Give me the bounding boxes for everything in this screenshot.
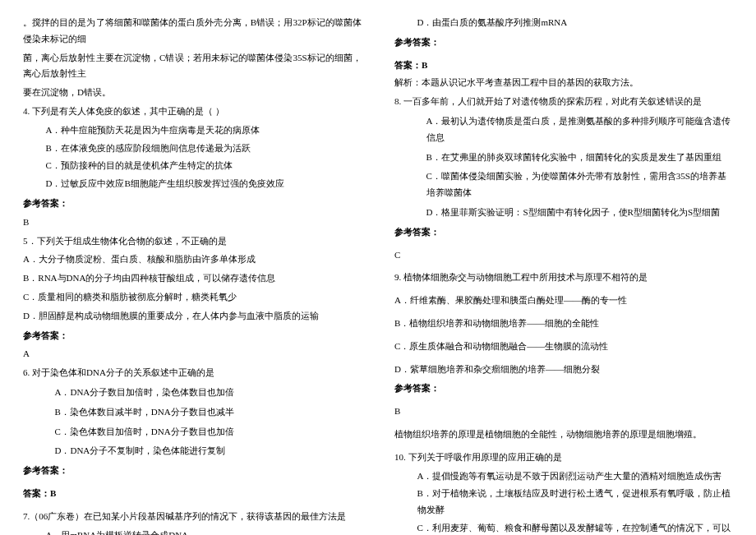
q7-ref-label: 参考答案： <box>394 35 733 51</box>
intro-paragraph-line1: 。搅拌的目的是为了将细菌和噬菌体的蛋白质外壳分离，B错误；用32P标记的噬菌体侵… <box>23 15 362 48</box>
q8-option-d: D．格里菲斯实验证明：S型细菌中有转化因子，使R型细菌转化为S型细菌 <box>394 205 733 221</box>
q10-option-b: B．对于植物来说，土壤板结应及时进行松土透气，促进根系有氧呼吸，防止植物发酵 <box>394 486 733 519</box>
q10-stem: 10. 下列关于呼吸作用原理的应用正确的是 <box>394 450 733 466</box>
intro-paragraph-line3: 要在沉淀物，D错误。 <box>23 85 362 101</box>
q9-option-b: B．植物组织培养和动物细胞培养——细胞的全能性 <box>394 316 733 332</box>
q4-ref-label: 参考答案： <box>23 196 362 212</box>
q8-ref-label: 参考答案： <box>394 224 733 241</box>
q4-option-c: C．预防接种的目的就是使机体产生特定的抗体 <box>23 158 362 174</box>
q10-option-c: C．利用麦芽、葡萄、粮食和酵母菌以及发酵罐等，在控制通气的情况下，可以产生各种酒 <box>394 520 733 535</box>
q4-answer: B <box>23 214 362 231</box>
q4-option-a: A．种牛痘能预防天花是因为牛痘病毒是天花的病原体 <box>23 122 362 139</box>
q8-option-a: A．最初认为遗传物质是蛋白质，是推测氨基酸的多种排列顺序可能蕴含遗传信息 <box>394 113 733 146</box>
q9-explanation: 植物组织培养的原理是植物细胞的全能性，动物细胞培养的原理是细胞增殖。 <box>394 427 733 443</box>
q8-option-b: B．在艾弗里的肺炎双球菌转化实验中，细菌转化的实质是发生了基因重组 <box>394 150 733 166</box>
q4-stem: 4. 下列是有关人体免疫的叙述，其中正确的是（ ） <box>23 104 362 120</box>
q7-option-d: D．由蛋白质的氨基酸序列推测mRNA <box>394 15 733 31</box>
q6-option-c: C．染色体数目加倍时，DNA分子数目也加倍 <box>23 424 362 440</box>
q8-option-c: C．噬菌体侵染细菌实验，为使噬菌体外壳带有放射性，需用含35S的培养基培养噬菌体 <box>394 168 733 201</box>
q5-option-b: B．RNA与DNA的分子均由四种核苷酸组成，可以储存遗传信息 <box>23 270 362 287</box>
q7-stem: 7.（06广东卷）在已知某小片段基因碱基序列的情况下，获得该基因的最佳方法是 <box>23 509 362 525</box>
q4-option-d: D．过敏反应中效应B细胞能产生组织胺发挥过强的免疫效应 <box>23 176 362 192</box>
q9-answer: B <box>394 404 733 420</box>
q6-stem: 6. 对于染色体和DNA分子的关系叙述中正确的是 <box>23 365 362 381</box>
q5-option-c: C．质量相同的糖类和脂肪被彻底分解时，糖类耗氧少 <box>23 289 362 306</box>
q6-ref-label: 参考答案： <box>23 463 362 479</box>
q10-option-a: A．提倡慢跑等有氧运动是不致于因剧烈运动产生大量的酒精对细胞造成伤害 <box>394 468 733 485</box>
q7-explanation: 解析：本题从识记水平考查基因工程中目的基因的获取方法。 <box>394 75 733 91</box>
intro-paragraph-line2: 菌，离心后放射性主要在沉淀物，C错误；若用未标记的噬菌体侵染35S标记的细菌，离… <box>23 50 362 83</box>
q6-option-d: D．DNA分子不复制时，染色体能进行复制 <box>23 443 362 459</box>
q5-ref-label: 参考答案： <box>23 328 362 344</box>
q9-option-d: D．紫草细胞培养和杂交瘤细胞的培养——细胞分裂 <box>394 362 733 378</box>
q7-answer: 答案：B <box>394 58 733 74</box>
q6-option-a: A．DNA分子数目加倍时，染色体数目也加倍 <box>23 385 362 401</box>
q9-option-a: A．纤维素酶、果胶酶处理和胰蛋白酶处理——酶的专一性 <box>394 293 733 309</box>
q7-option-a: A．用mRNA为模板逆转录合成DNA <box>23 528 362 535</box>
q4-option-b: B．在体液免疫的感应阶段细胞间信息传递最为活跃 <box>23 141 362 157</box>
q8-answer: C <box>394 247 733 264</box>
q5-option-d: D．胆固醇是构成动物细胞膜的重要成分，在人体内参与血液中脂质的运输 <box>23 308 362 325</box>
q5-option-a: A．大分子物质淀粉、蛋白质、核酸和脂肪由许多单体形成 <box>23 251 362 268</box>
q9-stem: 9. 植物体细胞杂交与动物细胞工程中所用技术与原理不相符的是 <box>394 270 733 286</box>
q6-option-b: B．染色体数目减半时，DNA分子数目也减半 <box>23 404 362 421</box>
q5-answer: A <box>23 346 362 362</box>
q9-option-c: C．原生质体融合和动物细胞融合——生物膜的流动性 <box>394 339 733 355</box>
q9-ref-label: 参考答案： <box>394 380 733 397</box>
q5-stem: 5．下列关于组成生物体化合物的叙述，不正确的是 <box>23 233 362 250</box>
q6-answer: 答案：B <box>23 486 362 502</box>
q8-stem: 8. 一百多年前，人们就开始了对遗传物质的探索历程，对此有关叙述错误的是 <box>394 94 733 110</box>
